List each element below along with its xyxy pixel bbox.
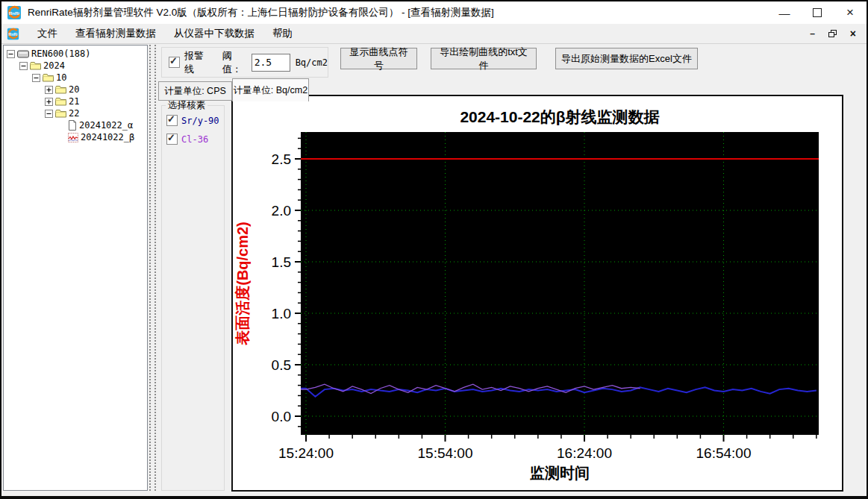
window-controls: — × <box>768 1 867 24</box>
tree-item-10[interactable]: 10 <box>4 72 147 84</box>
nuclide-checkbox[interactable] <box>166 115 178 126</box>
panel-splitter[interactable] <box>149 45 156 491</box>
tree-item-label: 22 <box>69 108 79 119</box>
nuclide-list: Sr/y-90Cl-36 <box>166 115 219 145</box>
x-axis-label: 监测时间 <box>530 465 590 481</box>
alarm-line-checkbox[interactable] <box>169 57 180 68</box>
child-window-icon: RnRi <box>7 28 19 40</box>
tree-item-REN600-188-[interactable]: REN600(188) <box>4 48 147 60</box>
threshold-unit-label: Bq/cm2 <box>296 57 328 68</box>
chart-file-icon <box>68 133 78 142</box>
menu-item-2[interactable]: 从仪器中下载数据 <box>165 24 263 43</box>
tree-item-label: 21 <box>69 96 79 107</box>
plus-expander-icon[interactable] <box>45 86 53 94</box>
threshold-input[interactable] <box>252 54 290 72</box>
tree-item-2024[interactable]: 2024 <box>4 60 147 72</box>
minus-expander-icon[interactable] <box>45 110 53 118</box>
menu-item-1[interactable]: 查看辐射测量数据 <box>66 24 165 43</box>
x-tick-label: 15:24:00 <box>278 445 334 461</box>
x-tick-label: 15:54:00 <box>418 445 473 461</box>
menu-item-0[interactable]: 文件 <box>28 24 66 43</box>
menu-bar: RnRi 文件查看辐射测量数据从仪器中下载数据帮助 – × <box>1 24 867 44</box>
child-close-button[interactable]: × <box>850 28 856 40</box>
tab-unit-0[interactable]: 计量单位: CPS <box>158 81 232 101</box>
title-bar: RnRi RenriRate辐射剂量管理软件 V2.0版（版权所有：上海仁日辐射… <box>1 1 867 25</box>
tree-item-20241022_-[interactable]: 20241022_β <box>4 131 147 143</box>
device-tree-panel: REN600(188)20241020212220241022_α2024102… <box>3 45 148 491</box>
app-logo-icon: RnRi <box>7 5 22 20</box>
y-axis-label: 表面活度(Bq/cm2) <box>234 222 251 346</box>
app-window: RnRi RenriRate辐射剂量管理软件 V2.0版（版权所有：上海仁日辐射… <box>0 0 868 499</box>
maximize-icon <box>813 8 822 17</box>
chart-panel: 2024-10-22的β射线监测数据0.00.51.01.52.02.515:2… <box>231 95 843 492</box>
svg-text:RnRi: RnRi <box>9 31 18 36</box>
nuclide-group-title: 选择核素 <box>166 99 207 112</box>
x-tick-label: 16:24:00 <box>557 445 612 461</box>
folder-icon <box>55 97 66 106</box>
tree-item-label: 2024 <box>43 60 65 71</box>
child-minimize-button[interactable]: – <box>810 28 815 39</box>
tree-item-20[interactable]: 20 <box>4 84 147 95</box>
minus-expander-icon[interactable] <box>32 74 40 82</box>
folder-icon <box>55 109 66 118</box>
nuclide-label: Sr/y-90 <box>181 116 219 126</box>
nuclide-option-Sr-y-90[interactable]: Sr/y-90 <box>166 115 219 126</box>
y-tick-label: 1.0 <box>272 306 291 321</box>
window-title: RenriRate辐射剂量管理软件 V2.0版（版权所有：上海仁日辐射防护设备有… <box>28 6 494 19</box>
maximize-button[interactable] <box>801 1 834 24</box>
y-tick-label: 0.5 <box>272 357 291 373</box>
tree-item-label: 20241022_α <box>79 120 133 131</box>
tree-item-21[interactable]: 21 <box>4 95 147 107</box>
chart-title: 2024-10-22的β射线监测数据 <box>460 108 659 125</box>
menu-item-3[interactable]: 帮助 <box>263 24 302 43</box>
child-restore-button[interactable] <box>828 30 837 37</box>
nuclide-label: Cl-36 <box>181 134 208 145</box>
folder-icon <box>30 61 41 70</box>
restore-icon <box>828 30 837 37</box>
threshold-label: 阈值： <box>222 49 250 76</box>
toolbar-button-1[interactable]: 导出绘制曲线的txt文件 <box>431 48 537 69</box>
y-tick-label: 1.5 <box>272 254 291 270</box>
y-tick-label: 0.0 <box>272 409 291 424</box>
minimize-button[interactable]: — <box>768 1 801 24</box>
tree-item-22[interactable]: 22 <box>4 107 147 119</box>
close-button[interactable]: × <box>834 1 867 24</box>
plus-expander-icon[interactable] <box>45 98 53 106</box>
document-icon <box>68 120 77 131</box>
tree-item-label: 10 <box>56 72 66 83</box>
nuclide-select-group: 选择核素 Sr/y-90Cl-36 <box>161 105 225 491</box>
tree-item-label: 20 <box>69 84 79 95</box>
tree-item-label: 20241022_β <box>81 132 134 142</box>
alarm-line-group: 报警线 阈值： Bq/cm2 <box>161 47 328 78</box>
device-icon <box>17 49 29 59</box>
folder-icon <box>43 73 54 82</box>
x-tick-label: 16:54:00 <box>696 445 752 461</box>
tree-item-label: REN600(188) <box>31 48 90 59</box>
menu-items: 文件查看辐射测量数据从仪器中下载数据帮助 <box>28 24 302 43</box>
tab-unit-1[interactable]: 计量单位: Bq/cm2 <box>232 78 309 101</box>
tree-item-20241022_-[interactable]: 20241022_α <box>4 119 147 131</box>
toolbar-button-0[interactable]: 显示曲线点符号 <box>340 48 417 69</box>
folder-icon <box>55 85 66 94</box>
svg-text:RnRi: RnRi <box>9 11 19 16</box>
nuclide-option-Cl-36[interactable]: Cl-36 <box>166 134 219 145</box>
alarm-line-label: 报警线 <box>184 49 212 76</box>
minus-expander-icon[interactable] <box>19 62 28 70</box>
y-tick-label: 2.5 <box>272 151 291 167</box>
toolbar-button-2[interactable]: 导出原始测量数据的Excel文件 <box>555 48 698 69</box>
child-window-controls: – × <box>810 28 867 40</box>
y-tick-label: 2.0 <box>272 203 291 219</box>
monitoring-chart: 2024-10-22的β射线监测数据0.00.51.01.52.02.515:2… <box>233 96 842 490</box>
minus-expander-icon[interactable] <box>7 50 15 58</box>
nuclide-checkbox[interactable] <box>166 134 178 145</box>
